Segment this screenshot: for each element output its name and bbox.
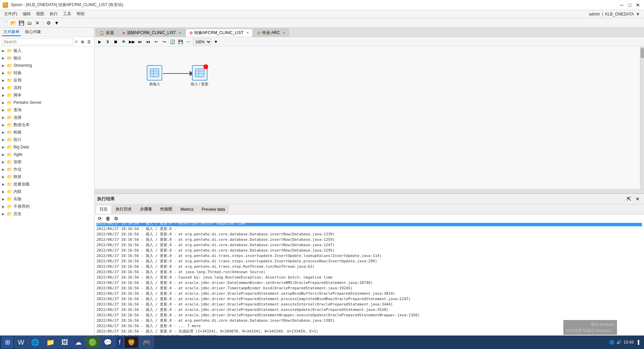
tree-item-app[interactable]: ▶ 📁 应用: [0, 77, 94, 84]
search-input[interactable]: [2, 38, 73, 45]
run-next-button[interactable]: ▶▶: [128, 38, 136, 46]
close-button2[interactable]: ✕: [34, 19, 41, 27]
taskbar-volume-icon[interactable]: 🔊: [616, 340, 621, 345]
transform-canvas[interactable]: 表输入 ! 插入 / 更新: [94, 47, 644, 189]
tab-clean-close[interactable]: ✕: [178, 31, 181, 35]
sidebar-tab-core[interactable]: 核心对象: [24, 28, 43, 36]
tree-item-encrypt[interactable]: ▶ 📁 加密: [0, 158, 94, 166]
taskbar-item-ie[interactable]: 🌐: [28, 336, 43, 348]
tab-clean[interactable]: ✕ 清除NFCRM_CLINIC_LIST ✕: [118, 29, 185, 37]
tree-item-check[interactable]: ▶ 📁 检验: [0, 128, 94, 136]
tree-item-bulk[interactable]: ▶ 📁 批量加载: [0, 180, 94, 188]
exec-tab-log[interactable]: 日志: [96, 205, 111, 213]
tree-item-deprecated[interactable]: ▶ 📁 不推荐的: [0, 203, 94, 210]
tree-item-output[interactable]: ▶ 📁 输出: [0, 54, 94, 62]
exec-expand-button[interactable]: ⇱: [625, 195, 633, 203]
stop-button[interactable]: ⏹: [112, 38, 119, 46]
undo-button[interactable]: ↩: [152, 38, 160, 46]
exec-tab-metrics[interactable]: Metrics: [177, 206, 197, 213]
save-all-button[interactable]: 🗂: [26, 19, 33, 27]
skip-button[interactable]: ⏭: [136, 38, 144, 46]
restore-button[interactable]: □: [626, 2, 633, 8]
tree-item-agile[interactable]: ▶ 📁 Agile: [0, 151, 94, 158]
sidebar-tab-main[interactable]: 主对象树: [2, 28, 21, 36]
menu-execute[interactable]: 执行: [47, 10, 60, 18]
tree-item-flow[interactable]: ▶ 📁 流程: [0, 84, 94, 91]
settings-button[interactable]: ⚙: [45, 19, 52, 27]
exec-tab-preview[interactable]: Preview data: [198, 206, 229, 213]
tree-folder-bulk: 📁: [7, 182, 12, 187]
exec-tab-history[interactable]: 执行历史: [112, 205, 136, 213]
tab-job-close[interactable]: ✕: [282, 31, 285, 35]
pause-button[interactable]: ⏸: [104, 38, 111, 46]
redo-button[interactable]: ↪: [161, 38, 168, 46]
tree-item-input[interactable]: ▶ 📁 输入: [0, 47, 94, 54]
tab-welcome[interactable]: 🏠 欢迎: [96, 29, 118, 37]
menu-view[interactable]: 视图: [33, 10, 47, 18]
taskbar-item-chat[interactable]: 💬: [101, 336, 115, 348]
step-table-input[interactable]: 表输入: [147, 65, 162, 87]
tree-item-stats[interactable]: ▶ 📁 统计: [0, 136, 94, 143]
step-insert-update[interactable]: ! 插入 / 更新: [191, 65, 208, 87]
tab-job[interactable]: ⚙ 作业 ARC ✕: [253, 29, 289, 37]
menu-file[interactable]: 文件(F): [1, 10, 20, 18]
canvas-vscroll[interactable]: [640, 47, 644, 189]
tree-item-map[interactable]: ▶ 📁 映射: [0, 173, 94, 180]
exec-tab-steps[interactable]: 步骤量: [136, 205, 156, 213]
tree-item-experiment[interactable]: ▶ 📁 实验: [0, 195, 94, 203]
taskbar-item-photos[interactable]: 🖼: [58, 336, 71, 348]
close-button[interactable]: ✕: [635, 2, 641, 8]
taskbar-item-word[interactable]: W: [15, 336, 27, 348]
taskbar-item-game[interactable]: 🎮: [139, 336, 154, 348]
tree-item-query[interactable]: ▶ 📁 查询: [0, 106, 94, 114]
tree-item-history[interactable]: ▶ 📁 历史: [0, 210, 94, 217]
tree-item-transform[interactable]: ▶ 📁 转换: [0, 69, 94, 77]
menu-help[interactable]: 帮助: [74, 10, 87, 18]
tree-item-streaming[interactable]: ▶ 📁 Streaming: [0, 62, 94, 69]
tree-item-pentaho[interactable]: ▶ 📁 Pentaho Server: [0, 99, 94, 106]
tree-item-inline[interactable]: ▶ 📁 内联: [0, 188, 94, 195]
log-area[interactable]: 2022/06/27 18:16:56 - 插入 / 更新.0 - ERROR …: [94, 223, 644, 348]
log-line: 2022/06/27 18:16:56 - 插入 / 更新.0 - ... 7 …: [96, 323, 642, 329]
exec-close-button[interactable]: ✕: [634, 195, 641, 203]
menu-edit[interactable]: 编辑: [20, 10, 33, 18]
new-button[interactable]: 📄: [1, 19, 9, 27]
tree-folder-input: 📁: [7, 48, 12, 53]
save-canvas-button[interactable]: 💾: [177, 38, 184, 46]
menu-tools[interactable]: 工具: [60, 10, 74, 18]
exec-tab-perf[interactable]: 性能图: [157, 205, 176, 213]
preview-button[interactable]: 👁: [120, 38, 128, 46]
log-clear-button[interactable]: 🗑: [105, 215, 111, 222]
open-button[interactable]: 📂: [9, 19, 17, 27]
collapse-all-button[interactable]: ☰: [86, 39, 92, 45]
taskbar-item-fb[interactable]: f: [116, 336, 124, 348]
canvas-hscroll[interactable]: [94, 189, 644, 193]
save-button[interactable]: 💾: [18, 19, 25, 27]
zoom-dropdown-button[interactable]: ▼: [212, 38, 220, 46]
tab-transform[interactable]: ⚙ 转换NFCRM_CLINIC_LIST ✕: [186, 29, 252, 37]
admin-dropdown-icon[interactable]: ▼: [636, 12, 640, 17]
tree-item-dw[interactable]: ▶ 📁 数据仓库: [0, 121, 94, 128]
taskbar-item-chrome[interactable]: 🟢: [85, 336, 100, 348]
tree-item-script[interactable]: ▶ 📁 脚本: [0, 91, 94, 99]
tree-item-connect[interactable]: ▶ 📁 连接: [0, 114, 94, 121]
minimize-button[interactable]: ─: [618, 2, 625, 8]
run-button[interactable]: ▶: [96, 38, 103, 46]
expand-all-button[interactable]: ⊞: [79, 39, 85, 45]
taskbar-item-cloud[interactable]: ☁: [72, 336, 85, 348]
dropdown-button[interactable]: ▼: [53, 19, 60, 27]
search-clear-icon[interactable]: ✕: [75, 39, 78, 44]
more-button[interactable]: ⋯: [185, 38, 192, 46]
tree-item-job[interactable]: ▶ 📁 作业: [0, 166, 94, 173]
tree-item-bigdata[interactable]: ▶ 📁 Big Data: [0, 143, 94, 151]
refresh-button[interactable]: 🔄: [169, 38, 176, 46]
log-refresh-button[interactable]: ⟳: [96, 215, 103, 222]
taskbar-item-brave[interactable]: 🦁: [124, 336, 139, 348]
taskbar-show-desktop[interactable]: ▐: [636, 339, 640, 345]
log-settings-button[interactable]: ⚙: [113, 215, 119, 222]
taskbar-item-explorer[interactable]: 📁: [43, 336, 58, 348]
zoom-select[interactable]: 100% 75% 50% 150%: [193, 38, 212, 45]
rewind-button[interactable]: ⏮: [144, 38, 152, 46]
start-button[interactable]: ⊞: [1, 336, 13, 348]
tab-transform-close[interactable]: ✕: [246, 31, 249, 35]
